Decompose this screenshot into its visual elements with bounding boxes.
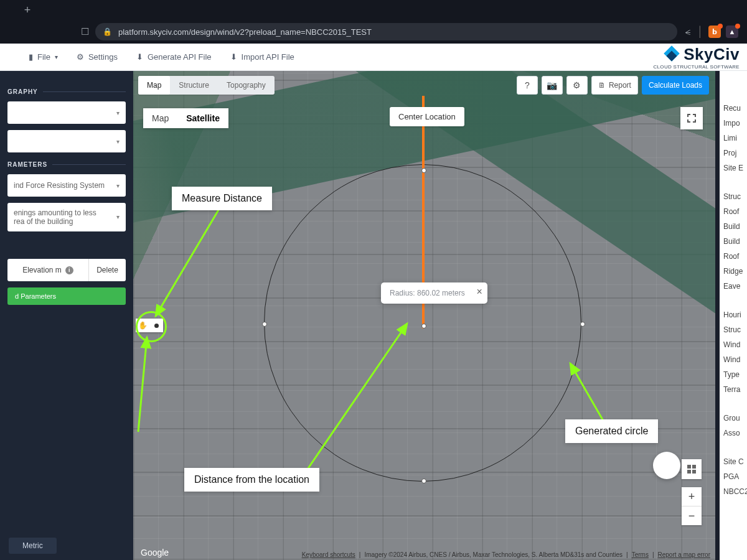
center-node[interactable] xyxy=(421,324,426,329)
select-2[interactable]: ▾ xyxy=(7,130,126,152)
import-api-label: Import API File xyxy=(242,52,294,62)
circle-node[interactable] xyxy=(580,322,585,327)
right-panel-item[interactable]: Struc xyxy=(723,322,743,337)
select-system[interactable]: ind Force Resisting System ▾ xyxy=(7,174,126,197)
right-panel-item[interactable]: Impo xyxy=(723,116,743,131)
select-openings-label: enings amounting to less rea of the buil… xyxy=(14,208,96,226)
right-panel-item[interactable]: Build xyxy=(723,234,743,249)
layers-button[interactable] xyxy=(682,459,702,479)
settings-menu[interactable]: ⚙ Settings xyxy=(77,52,118,62)
chevron-down-icon: ▾ xyxy=(116,213,120,221)
tab-map[interactable]: Map xyxy=(138,76,170,95)
right-panel-item[interactable]: Grou xyxy=(723,411,743,426)
right-panel-item[interactable]: Asso xyxy=(723,426,743,441)
highlight-circle xyxy=(136,311,167,342)
select-1[interactable]: ▾ xyxy=(7,101,126,124)
circle-node[interactable] xyxy=(262,322,267,327)
close-icon[interactable]: × xyxy=(476,286,482,297)
right-panel-item[interactable]: Build xyxy=(723,219,743,234)
file-menu[interactable]: ▮ File ▾ xyxy=(29,52,58,62)
svg-rect-3 xyxy=(692,470,696,474)
annotation-measure: Measure Distance xyxy=(172,187,272,210)
help-button[interactable]: ? xyxy=(517,76,538,95)
circle-node[interactable] xyxy=(421,168,426,173)
elevation-label: Elevation m xyxy=(22,266,62,274)
gear-icon: ⚙ xyxy=(77,52,84,62)
right-panel-item[interactable]: Roof xyxy=(723,249,743,264)
divider: │ xyxy=(697,26,703,37)
extension-badge-1[interactable]: 𝗯 xyxy=(708,26,721,38)
right-panel-item[interactable]: Terra xyxy=(723,382,743,397)
right-panel-item[interactable]: Eave xyxy=(723,279,743,294)
annotation-generated: Generated circle xyxy=(565,419,658,443)
report-button[interactable]: 🗎Report xyxy=(591,76,638,95)
fullscreen-button[interactable] xyxy=(680,107,703,129)
right-panel-item[interactable]: Struc xyxy=(723,189,743,204)
camera-button[interactable]: 📷 xyxy=(542,76,563,95)
right-panel-item[interactable]: Limi xyxy=(723,131,743,146)
file-icon: ▮ xyxy=(29,52,33,62)
right-panel-item[interactable]: Wind xyxy=(723,337,743,352)
terms-link[interactable]: Terms xyxy=(632,551,649,558)
right-panel-item[interactable]: Ridge xyxy=(723,264,743,279)
upload-icon: ⬇ xyxy=(230,52,237,62)
view-tabs: Map Structure Topography xyxy=(138,76,275,95)
calculate-button[interactable]: Calculate Loads xyxy=(642,76,709,95)
zoom-out-button[interactable]: − xyxy=(682,506,702,525)
right-panel-item[interactable]: Recu xyxy=(723,101,743,116)
map-attribution: Keyboard shortcuts| Imagery ©2024 Airbus… xyxy=(302,551,710,558)
parameters-button[interactable]: d Parameters xyxy=(7,287,126,305)
delete-button[interactable]: Delete xyxy=(88,259,126,281)
right-panel-item[interactable]: Site C xyxy=(723,454,743,469)
logo-text: SkyCiv xyxy=(684,45,740,64)
right-panel-item[interactable]: Type xyxy=(723,367,743,382)
keyboard-shortcuts-link[interactable]: Keyboard shortcuts xyxy=(302,551,355,558)
right-panel-item[interactable]: Wind xyxy=(723,352,743,367)
gear-button[interactable]: ⚙ xyxy=(566,76,588,95)
map-style-switch: Map Satellite xyxy=(143,108,228,128)
mapstyle-satellite[interactable]: Satellite xyxy=(177,108,228,128)
right-panel-item[interactable]: NBCC20 xyxy=(723,484,743,499)
import-api-menu[interactable]: ⬇ Import API File xyxy=(230,52,294,62)
chevron-down-icon: ▾ xyxy=(116,182,120,189)
tab-structure[interactable]: Structure xyxy=(170,76,218,95)
right-panel-item[interactable]: Proj xyxy=(723,146,743,161)
radius-infobox: × Radius: 860.02 meters xyxy=(381,282,487,304)
generate-api-menu[interactable]: ⬇ Generate API File xyxy=(136,52,212,62)
tab-topography[interactable]: Topography xyxy=(218,76,275,95)
chevron-down-icon: ▾ xyxy=(55,54,58,60)
url-bar[interactable]: 🔒 platform.skyciv.com/design/wind/v2?pre… xyxy=(95,23,677,40)
section-header-graphy: GRAPHY xyxy=(7,88,126,95)
center-location-label: Center Location xyxy=(390,107,464,126)
new-tab-button[interactable]: + xyxy=(19,1,36,19)
elevation-cell[interactable]: Elevation m i xyxy=(7,259,88,281)
right-panel-item[interactable]: Houri xyxy=(723,307,743,322)
zoom-in-button[interactable]: + xyxy=(682,487,702,506)
compass-icon[interactable] xyxy=(653,452,680,479)
url-text: platform.skyciv.com/design/wind/v2?prelo… xyxy=(118,27,372,37)
settings-label: Settings xyxy=(88,52,118,62)
select-system-label: ind Force Resisting System xyxy=(14,181,105,190)
imagery-text: Imagery ©2024 Airbus, CNES / Airbus, Max… xyxy=(364,551,622,558)
right-panel-item[interactable]: PGA xyxy=(723,469,743,484)
right-panel-item[interactable]: Site E xyxy=(723,161,743,175)
generate-api-label: Generate API File xyxy=(148,52,212,62)
svg-rect-2 xyxy=(687,470,691,474)
info-icon[interactable]: i xyxy=(65,266,73,274)
share-icon[interactable]: ⪪ xyxy=(684,27,692,37)
section-header-parameters: RAMETERS xyxy=(7,161,126,168)
extension-badge-2[interactable]: ▲ xyxy=(726,26,738,38)
report-error-link[interactable]: Report a map error xyxy=(658,551,710,558)
right-panel: RecuImpoLimiProjSite EStrucRoofBuildBuil… xyxy=(720,71,747,560)
logo-tagline: CLOUD STRUCTURAL SOFTWARE xyxy=(654,64,740,70)
svg-rect-1 xyxy=(692,465,696,469)
annotation-distance: Distance from the location xyxy=(184,468,319,492)
circle-node[interactable] xyxy=(421,478,426,483)
mapstyle-map[interactable]: Map xyxy=(143,108,177,128)
lock-icon: 🔒 xyxy=(103,27,112,36)
right-panel-item[interactable]: Roof xyxy=(723,204,743,219)
bookmark-icon[interactable]: ☐ xyxy=(81,26,89,37)
google-logo: Google xyxy=(141,548,169,558)
select-openings[interactable]: enings amounting to less rea of the buil… xyxy=(7,203,126,231)
units-toggle[interactable]: Metric xyxy=(9,538,57,554)
